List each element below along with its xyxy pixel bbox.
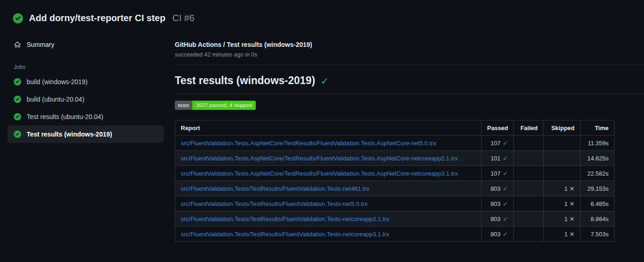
report-cell: src/FluentValidation.Tests.AspNetCore/Te… <box>175 151 482 166</box>
sidebar-job-item[interactable]: build (ubuntu-20.04) <box>7 91 164 108</box>
passed-cell: 803✓ <box>482 211 514 227</box>
divider <box>175 93 644 94</box>
report-link[interactable]: src/FluentValidation.Tests/TestResults/F… <box>181 200 368 207</box>
sidebar-job-item[interactable]: build (windows-2019) <box>7 73 164 91</box>
run-title: Add dorny/test-reporter CI step <box>29 13 166 23</box>
column-header-time: Time <box>581 120 615 136</box>
passed-cell: 803✓ <box>482 196 514 211</box>
sidebar: Summary Jobs build (windows-2019)build (… <box>0 34 175 143</box>
job-label: build (windows-2019) <box>27 78 87 85</box>
report-cell: src/FluentValidation.Tests.AspNetCore/Te… <box>175 166 482 181</box>
report-cell: src/FluentValidation.Tests/TestResults/F… <box>175 211 482 227</box>
skipped-cell: 1✕ <box>544 227 581 242</box>
check-circle-icon <box>14 131 21 138</box>
skipped-cell: 1✕ <box>544 196 581 211</box>
column-header-skipped: Skipped <box>544 120 581 136</box>
time-cell-value: 6.485s <box>591 200 609 207</box>
x-icon: ✕ <box>569 231 575 238</box>
report-link[interactable]: src/FluentValidation.Tests/TestResults/F… <box>181 185 369 192</box>
check-icon: ✓ <box>503 185 508 192</box>
sidebar-job-item[interactable]: Test results (windows-2019) <box>7 125 164 143</box>
table-row: src/FluentValidation.Tests.AspNetCore/Te… <box>175 166 615 181</box>
job-label: Test results (windows-2019) <box>27 131 112 138</box>
passed-cell-value: 803 <box>490 216 500 222</box>
check-icon: ✓ <box>503 231 508 238</box>
time-cell: 14.625s <box>581 151 615 166</box>
column-header-report: Report <box>175 120 482 136</box>
skipped-cell-value: 1 <box>564 231 568 238</box>
time-cell-value: 29.153s <box>587 185 609 192</box>
test-results-table: ReportPassedFailedSkippedTime src/Fluent… <box>175 120 615 242</box>
run-header: Add dorny/test-reporter CI step CI #6 <box>0 0 644 23</box>
sidebar-jobs-heading: Jobs <box>7 64 164 70</box>
x-icon: ✕ <box>569 185 575 192</box>
time-cell: 8.864s <box>581 211 615 227</box>
content: Summary Jobs build (windows-2019)build (… <box>0 34 644 242</box>
divider <box>175 64 644 65</box>
passed-cell: 101✓ <box>482 151 514 166</box>
report-heading-text: Test results (windows-2019) <box>175 74 315 87</box>
x-icon: ✕ <box>569 216 575 222</box>
report-link[interactable]: src/FluentValidation.Tests.AspNetCore/Te… <box>181 140 436 147</box>
check-icon: ✓ <box>503 155 508 162</box>
job-label: build (ubuntu-20.04) <box>27 96 84 103</box>
report-link[interactable]: src/FluentValidation.Tests/TestResults/F… <box>181 216 389 222</box>
failed-cell <box>514 136 544 151</box>
check-circle-icon <box>14 96 21 103</box>
failed-cell <box>514 151 544 166</box>
table-row: src/FluentValidation.Tests.AspNetCore/Te… <box>175 151 615 166</box>
check-icon: ✓ <box>503 216 508 222</box>
failed-cell <box>514 166 544 181</box>
sidebar-summary-label: Summary <box>27 41 54 48</box>
sidebar-job-item[interactable]: Test results (ubuntu-20.04) <box>7 108 164 125</box>
check-icon: ✓ <box>503 170 508 177</box>
report-link[interactable]: src/FluentValidation.Tests.AspNetCore/Te… <box>181 170 458 177</box>
main-panel: GitHub Actions / Test results (windows-2… <box>175 34 644 242</box>
report-heading: Test results (windows-2019) ✓ <box>175 74 644 87</box>
report-link[interactable]: src/FluentValidation.Tests.AspNetCore/Te… <box>181 155 458 162</box>
passed-cell: 803✓ <box>482 181 514 196</box>
badge-value: 3527 passed, 4 skipped <box>192 101 255 110</box>
report-cell: src/FluentValidation.Tests/TestResults/F… <box>175 181 482 196</box>
sidebar-jobs-list: build (windows-2019)build (ubuntu-20.04)… <box>7 73 164 143</box>
check-circle-icon <box>14 78 21 85</box>
skipped-cell <box>544 136 581 151</box>
time-cell: 6.485s <box>581 196 615 211</box>
passed-cell-value: 101 <box>490 155 500 162</box>
report-cell: src/FluentValidation.Tests.AspNetCore/Te… <box>175 136 482 151</box>
check-icon: ✓ <box>503 200 508 207</box>
table-row: src/FluentValidation.Tests.AspNetCore/Te… <box>175 136 615 151</box>
sidebar-item-summary[interactable]: Summary <box>7 37 164 52</box>
time-cell: 11.359s <box>581 136 615 151</box>
skipped-cell: 1✕ <box>544 181 581 196</box>
time-cell: 29.153s <box>581 181 615 196</box>
failed-cell <box>514 196 544 211</box>
failed-cell <box>514 181 544 196</box>
time-cell-value: 7.503s <box>591 231 609 238</box>
table-row: src/FluentValidation.Tests/TestResults/F… <box>175 227 615 242</box>
report-link[interactable]: src/FluentValidation.Tests/TestResults/F… <box>181 231 389 238</box>
passed-cell: 107✓ <box>482 136 514 151</box>
failed-cell <box>514 211 544 227</box>
table-row: src/FluentValidation.Tests/TestResults/F… <box>175 196 615 211</box>
skipped-cell <box>544 151 581 166</box>
time-cell-value: 14.625s <box>587 155 609 162</box>
passed-cell-value: 803 <box>490 231 500 238</box>
time-cell: 22.582s <box>581 166 615 181</box>
passed-cell: 803✓ <box>482 227 514 242</box>
table-header-row: ReportPassedFailedSkippedTime <box>175 120 615 136</box>
report-cell: src/FluentValidation.Tests/TestResults/F… <box>175 196 482 211</box>
passed-cell-value: 107 <box>490 170 500 177</box>
passed-cell-value: 803 <box>490 185 500 192</box>
skipped-cell-value: 1 <box>564 200 568 207</box>
check-circle-icon <box>14 113 21 120</box>
passed-cell: 107✓ <box>482 166 514 181</box>
failed-cell <box>514 227 544 242</box>
passed-cell-value: 107 <box>490 140 500 147</box>
x-icon: ✕ <box>569 200 575 207</box>
time-cell: 7.503s <box>581 227 615 242</box>
time-cell-value: 11.359s <box>588 140 609 147</box>
check-icon: ✓ <box>503 140 508 147</box>
column-header-failed: Failed <box>514 120 544 136</box>
badge-label: tests <box>175 101 192 110</box>
